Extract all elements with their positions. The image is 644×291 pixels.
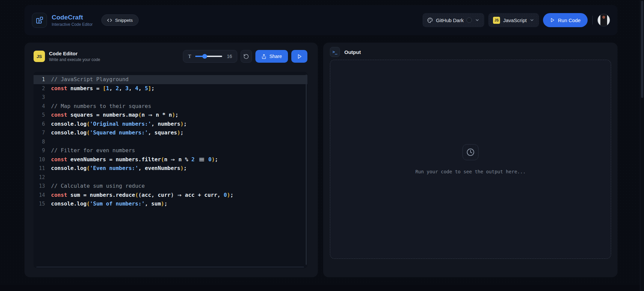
line-number: 1: [34, 75, 51, 84]
code-line[interactable]: 8: [34, 137, 307, 147]
line-content: const squares = numbers.map(n ⇒ n * n);: [51, 111, 179, 120]
editor-title: Code Editor: [49, 51, 100, 56]
share-button[interactable]: Share: [255, 50, 288, 63]
line-number: 10: [34, 155, 51, 164]
line-number: 14: [34, 191, 51, 200]
line-number: 15: [34, 199, 51, 209]
app-window: CodeCraft Interactive Code Editor Snippe…: [0, 0, 644, 291]
app-title: CodeCraft: [52, 14, 93, 21]
play-icon: [550, 18, 555, 22]
editor-vertical-scrollbar[interactable]: [306, 74, 307, 265]
code-icon: [107, 18, 112, 23]
line-number: 12: [34, 173, 51, 182]
output-console: Run your code to see the output here...: [330, 60, 611, 259]
editor-horizontal-scrollbar[interactable]: [36, 267, 304, 268]
code-editor-area[interactable]: 1// JavaScript Playground2const numbers …: [34, 72, 307, 268]
run-code-button[interactable]: Run Code: [543, 13, 588, 27]
output-panel: >_ Output Run your code to see the outpu…: [323, 43, 617, 277]
editor-header: JS Code Editor Write and execute your co…: [34, 50, 307, 63]
language-label: JavaScript: [503, 17, 527, 23]
editor-subtitle: Write and execute your code: [49, 57, 100, 62]
code-line[interactable]: 14const sum = numbers.reduce((acc, curr)…: [34, 191, 307, 200]
font-size-slider[interactable]: [195, 54, 222, 59]
font-size-control: T 16: [183, 50, 237, 63]
code-line[interactable]: 10const evenNumbers = numbers.filter(n ⇒…: [34, 155, 307, 164]
line-number: 11: [34, 164, 51, 173]
snippets-button[interactable]: Snippets: [101, 14, 139, 26]
run-code-label: Run Code: [558, 17, 581, 23]
code-line[interactable]: 4// Map numbers to their squares: [34, 102, 307, 111]
slider-thumb[interactable]: [202, 54, 207, 59]
line-number: 9: [34, 146, 51, 155]
palette-icon: [427, 17, 433, 23]
share-label: Share: [269, 54, 282, 59]
chevron-down-icon: [475, 18, 480, 22]
blocks-icon: [36, 16, 44, 24]
code-line[interactable]: 11console.log('Even numbers:', evenNumbe…: [34, 164, 307, 173]
theme-swatch: [466, 17, 472, 23]
theme-label: GitHub Dark: [436, 17, 464, 23]
output-title: Output: [344, 49, 361, 55]
terminal-icon: >_: [330, 47, 340, 57]
rotate-ccw-icon: [243, 54, 249, 59]
code-line[interactable]: 9// Filter for even numbers: [34, 146, 307, 155]
app-header: CodeCraft Interactive Code Editor Snippe…: [24, 5, 617, 35]
code-line[interactable]: 6console.log('Original numbers:', number…: [34, 120, 307, 129]
line-content: console.log('Even numbers:', evenNumbers…: [51, 164, 187, 173]
line-content: // Map numbers to their squares: [51, 102, 151, 111]
header-divider: [592, 16, 593, 24]
line-number: 5: [34, 111, 51, 120]
code-line[interactable]: 2const numbers = [1, 2, 3, 4, 5];: [34, 84, 307, 93]
app-logo: [32, 13, 47, 28]
line-content: const numbers = [1, 2, 3, 4, 5];: [51, 84, 154, 93]
line-number: 8: [34, 137, 51, 147]
language-selector[interactable]: JS JavaScript: [488, 13, 539, 27]
code-line[interactable]: 15console.log('Sum of numbers:', sum);: [34, 199, 307, 209]
page-scrollbar-thumb[interactable]: [641, 1, 643, 98]
code-line[interactable]: 12: [34, 173, 307, 182]
font-size-value: 16: [226, 54, 232, 59]
theme-selector[interactable]: GitHub Dark: [423, 13, 485, 27]
editor-run-button[interactable]: [291, 50, 307, 63]
code-line[interactable]: 7console.log('Squared numbers:', squares…: [34, 128, 307, 137]
reset-button[interactable]: [241, 50, 252, 63]
line-content: console.log('Original numbers:', numbers…: [51, 120, 187, 129]
output-header: >_ Output: [330, 47, 361, 57]
chevron-down-icon: [530, 18, 534, 22]
line-content: // JavaScript Playground: [51, 75, 129, 84]
editor-panel: JS Code Editor Write and execute your co…: [24, 43, 318, 277]
share-icon: [261, 54, 266, 59]
brand: CodeCraft Interactive Code Editor: [52, 14, 93, 27]
page-scrollbar[interactable]: [640, 0, 644, 291]
code-line[interactable]: 13// Calculate sum using reduce: [34, 182, 307, 191]
clock-icon: [466, 148, 475, 156]
line-content: console.log('Squared numbers:', squares)…: [51, 128, 184, 137]
code-line[interactable]: 3: [34, 93, 307, 102]
line-content: console.log('Sum of numbers:', sum);: [51, 199, 167, 209]
line-number: 7: [34, 128, 51, 137]
clock-icon-box: [462, 144, 479, 160]
code-line[interactable]: 5const squares = numbers.map(n ⇒ n * n);: [34, 111, 307, 120]
line-content: const sum = numbers.reduce((acc, curr) ⇒…: [51, 191, 234, 200]
line-content: const evenNumbers = numbers.filter(n ⇒ n…: [51, 155, 218, 164]
line-number: 13: [34, 182, 51, 191]
code-line[interactable]: 1// JavaScript Playground: [34, 75, 307, 84]
line-content: // Filter for even numbers: [51, 146, 135, 155]
type-icon: T: [188, 54, 191, 59]
js-badge: JS: [493, 17, 500, 24]
line-number: 2: [34, 84, 51, 93]
editor-toolbar: T 16: [183, 50, 307, 63]
line-number: 4: [34, 102, 51, 111]
user-avatar[interactable]: [597, 14, 610, 26]
footer-band: [0, 285, 644, 291]
output-empty-message: Run your code to see the output here...: [415, 169, 526, 174]
code-lines: 1// JavaScript Playground2const numbers …: [34, 75, 307, 209]
editor-js-badge: JS: [34, 51, 45, 62]
line-content: // Calculate sum using reduce: [51, 182, 145, 191]
play-icon: [297, 54, 302, 59]
line-number: 3: [34, 93, 51, 102]
app-subtitle: Interactive Code Editor: [52, 22, 93, 27]
snippets-label: Snippets: [115, 18, 133, 23]
line-number: 6: [34, 120, 51, 129]
